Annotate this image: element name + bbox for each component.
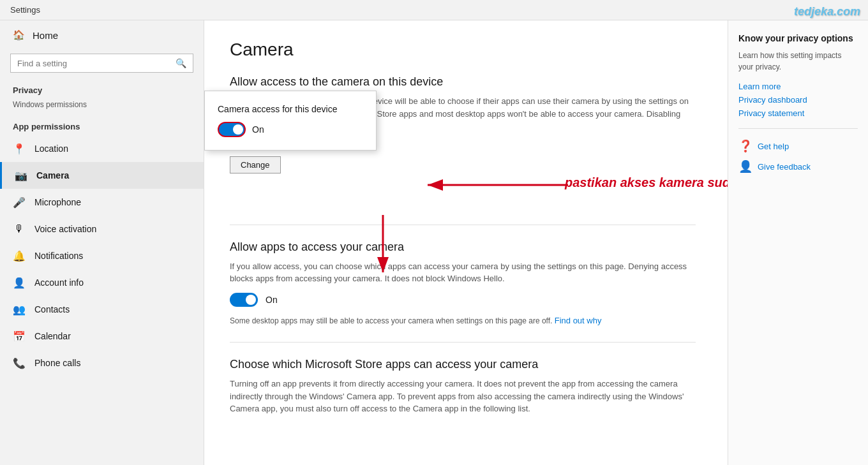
location-label: Location xyxy=(34,144,68,154)
privacy-dashboard-link[interactable]: Privacy dashboard xyxy=(738,95,858,105)
app-permissions-label: App permissions xyxy=(0,113,204,135)
section2-toggle-row: On xyxy=(230,293,696,307)
search-box[interactable]: 🔍 xyxy=(10,54,193,73)
contacts-label: Contacts xyxy=(34,304,70,314)
feedback-icon: 👤 xyxy=(738,159,752,173)
popup-title: Camera access for this device xyxy=(218,104,363,114)
search-input[interactable] xyxy=(17,59,176,68)
calendar-icon: 📅 xyxy=(13,330,26,343)
camera-access-popup: Camera access for this device On xyxy=(204,91,377,151)
home-label: Home xyxy=(33,30,58,41)
section3-heading: Choose which Microsoft Store apps can ac… xyxy=(230,358,696,371)
voice-activation-label: Voice activation xyxy=(34,224,96,234)
privacy-statement-link[interactable]: Privacy statement xyxy=(738,108,858,118)
sidebar-home-item[interactable]: 🏠 Home xyxy=(0,20,204,50)
annotation-text: pastikan akses kamera sudah on xyxy=(565,175,728,190)
search-icon: 🔍 xyxy=(176,58,186,68)
watermark: tedjeka.com xyxy=(794,5,860,18)
sidebar-item-microphone[interactable]: 🎤 Microphone xyxy=(0,189,204,216)
calendar-label: Calendar xyxy=(34,331,71,341)
home-icon: 🏠 xyxy=(13,29,25,41)
sidebar: 🏠 Home 🔍 Privacy Windows permissions App… xyxy=(0,20,204,465)
notifications-icon: 🔔 xyxy=(13,249,26,262)
annotation-layer: pastikan akses kamera sudah on xyxy=(377,172,581,212)
arrow-annotation-svg xyxy=(377,172,581,210)
contacts-icon: 👥 xyxy=(13,303,26,316)
microphone-label: Microphone xyxy=(34,197,81,207)
give-feedback-action[interactable]: 👤 Give feedback xyxy=(738,159,858,173)
popup-toggle-row: On xyxy=(218,122,363,137)
sidebar-item-account-info[interactable]: 👤 Account info xyxy=(0,269,204,296)
popup-toggle-switch[interactable] xyxy=(218,122,246,137)
divider2 xyxy=(230,342,696,343)
sidebar-item-location[interactable]: 📍 Location xyxy=(0,135,204,162)
section2-toggle-label: On xyxy=(266,295,278,305)
camera-icon: 📷 xyxy=(15,169,27,182)
sidebar-item-camera[interactable]: 📷 Camera xyxy=(0,162,204,189)
right-panel-divider xyxy=(738,128,858,129)
section1-heading: Allow access to the camera on this devic… xyxy=(230,75,696,89)
main-content: Camera Allow access to the camera on thi… xyxy=(204,20,728,465)
sidebar-item-notifications[interactable]: 🔔 Notifications xyxy=(0,242,204,269)
note-text: Some desktop apps may still be able to a… xyxy=(230,314,696,327)
section2-heading: Allow apps to access your camera xyxy=(230,240,696,254)
get-help-label: Get help xyxy=(758,142,789,151)
give-feedback-label: Give feedback xyxy=(758,162,811,172)
divider1 xyxy=(230,225,696,225)
page-title: Camera xyxy=(230,40,696,60)
right-panel-desc: Learn how this setting impacts your priv… xyxy=(738,50,858,73)
location-icon: 📍 xyxy=(13,142,26,155)
find-out-why-link[interactable]: Find out why xyxy=(555,316,602,325)
privacy-section-label: Privacy xyxy=(0,79,204,99)
top-bar: Settings xyxy=(0,0,868,20)
camera-label: Camera xyxy=(36,170,69,181)
sidebar-item-contacts[interactable]: 👥 Contacts xyxy=(0,296,204,323)
sidebar-item-voice-activation[interactable]: 🎙 Voice activation xyxy=(0,216,204,242)
account-info-icon: 👤 xyxy=(13,276,26,289)
help-icon: ❓ xyxy=(738,139,752,153)
phone-calls-icon: 📞 xyxy=(13,357,26,369)
microphone-icon: 🎤 xyxy=(13,196,26,209)
learn-more-link[interactable]: Learn more xyxy=(738,82,858,91)
sidebar-item-phone-calls[interactable]: 📞 Phone calls xyxy=(0,350,204,376)
popup-toggle-label: On xyxy=(252,124,264,135)
voice-activation-icon: 🎙 xyxy=(13,223,26,235)
section3-description: Turning off an app prevents it from dire… xyxy=(230,378,696,415)
phone-calls-label: Phone calls xyxy=(34,358,80,368)
windows-permissions-label: Windows permissions xyxy=(0,99,204,113)
right-panel: Know your privacy options Learn how this… xyxy=(728,20,868,465)
section2-description: If you allow access, you can choose whic… xyxy=(230,260,696,285)
settings-title: Settings xyxy=(10,5,40,15)
sidebar-item-calendar[interactable]: 📅 Calendar xyxy=(0,323,204,350)
get-help-action[interactable]: ❓ Get help xyxy=(738,139,858,153)
account-info-label: Account info xyxy=(34,277,84,288)
change-button[interactable]: Change xyxy=(230,156,281,173)
apps-camera-toggle[interactable] xyxy=(230,293,258,307)
right-panel-title: Know your privacy options xyxy=(738,33,858,43)
notifications-label: Notifications xyxy=(34,251,83,261)
